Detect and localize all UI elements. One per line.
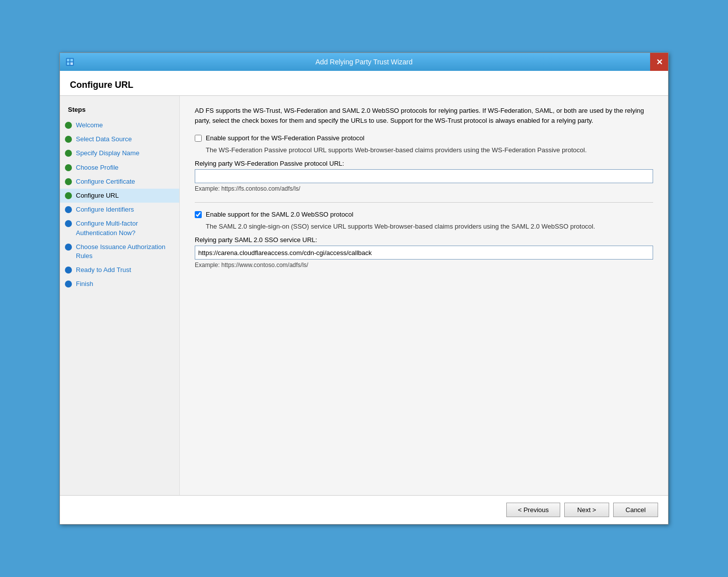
next-button[interactable]: Next > bbox=[564, 503, 609, 517]
sidebar-item-choose-issuance[interactable]: Choose Issuance Authorization Rules bbox=[60, 240, 179, 263]
dot-specify-display-name bbox=[65, 150, 72, 157]
sidebar-label-configure-identifiers: Configure Identifiers bbox=[76, 205, 134, 214]
main-panel: AD FS supports the WS-Trust, WS-Federati… bbox=[180, 96, 668, 495]
sidebar-label-configure-url: Configure URL bbox=[76, 191, 119, 200]
sidebar-item-finish[interactable]: Finish bbox=[60, 277, 179, 291]
dot-choose-profile bbox=[65, 164, 72, 171]
saml-checkbox-row: Enable support for the SAML 2.0 WebSSO p… bbox=[195, 211, 653, 218]
dot-configure-multifactor bbox=[65, 220, 72, 227]
saml-checkbox[interactable] bbox=[195, 211, 202, 218]
svg-rect-2 bbox=[70, 59, 73, 61]
svg-rect-3 bbox=[67, 62, 69, 65]
ws-federation-url-input[interactable] bbox=[195, 169, 653, 183]
sidebar-item-configure-multifactor[interactable]: Configure Multi-factor Authentication No… bbox=[60, 217, 179, 240]
title-bar: Add Relying Party Trust Wizard ✕ bbox=[60, 53, 668, 71]
separator bbox=[195, 202, 653, 203]
sidebar-item-configure-url[interactable]: Configure URL bbox=[60, 189, 179, 203]
saml-example: Example: https://www.contoso.com/adfs/ls… bbox=[195, 262, 653, 269]
sidebar-label-choose-issuance: Choose Issuance Authorization Rules bbox=[76, 243, 174, 261]
saml-url-input[interactable] bbox=[195, 246, 653, 260]
sidebar-item-welcome[interactable]: Welcome bbox=[60, 118, 179, 132]
page-title: Configure URL bbox=[60, 71, 668, 95]
dot-finish bbox=[65, 281, 72, 288]
main-window: Add Relying Party Trust Wizard ✕ Configu… bbox=[59, 52, 669, 525]
sidebar-heading: Steps bbox=[60, 104, 179, 118]
ws-federation-field-label: Relying party WS-Federation Passive prot… bbox=[195, 160, 653, 167]
ws-federation-checkbox-row: Enable support for the WS-Federation Pas… bbox=[195, 134, 653, 142]
ws-federation-example: Example: https://fs.contoso.com/adfs/ls/ bbox=[195, 185, 653, 192]
sidebar: Steps Welcome Select Data Source Specify… bbox=[60, 96, 180, 495]
app-icon bbox=[65, 57, 75, 67]
dot-configure-certificate bbox=[65, 178, 72, 185]
sidebar-item-choose-profile[interactable]: Choose Profile bbox=[60, 161, 179, 175]
dot-configure-url bbox=[65, 192, 72, 199]
sidebar-item-ready-to-add-trust[interactable]: Ready to Add Trust bbox=[60, 263, 179, 277]
sidebar-item-configure-certificate[interactable]: Configure Certificate bbox=[60, 175, 179, 189]
sidebar-item-select-data-source[interactable]: Select Data Source bbox=[60, 132, 179, 146]
sidebar-label-finish: Finish bbox=[76, 280, 93, 288]
saml-section: Enable support for the SAML 2.0 WebSSO p… bbox=[195, 211, 653, 269]
sidebar-label-specify-display-name: Specify Display Name bbox=[76, 149, 139, 158]
content-area: Configure URL Steps Welcome Select Data … bbox=[60, 71, 668, 524]
previous-button[interactable]: < Previous bbox=[506, 503, 560, 517]
saml-checkbox-label[interactable]: Enable support for the SAML 2.0 WebSSO p… bbox=[206, 211, 354, 218]
sidebar-label-select-data-source: Select Data Source bbox=[76, 135, 132, 144]
sidebar-label-configure-multifactor: Configure Multi-factor Authentication No… bbox=[76, 219, 174, 237]
sidebar-label-ready-to-add-trust: Ready to Add Trust bbox=[76, 266, 131, 275]
sidebar-label-configure-certificate: Configure Certificate bbox=[76, 177, 135, 186]
sidebar-item-specify-display-name[interactable]: Specify Display Name bbox=[60, 146, 179, 160]
svg-rect-4 bbox=[70, 62, 73, 65]
dot-select-data-source bbox=[65, 136, 72, 143]
intro-text: AD FS supports the WS-Trust, WS-Federati… bbox=[195, 106, 653, 125]
saml-field-label: Relying party SAML 2.0 SSO service URL: bbox=[195, 236, 653, 244]
ws-federation-checkbox[interactable] bbox=[195, 135, 202, 142]
dot-welcome bbox=[65, 122, 72, 129]
ws-federation-sub-text: The WS-Federation Passive protocol URL s… bbox=[206, 146, 653, 155]
sidebar-label-choose-profile: Choose Profile bbox=[76, 163, 118, 172]
sidebar-label-welcome: Welcome bbox=[76, 121, 103, 130]
dot-configure-identifiers bbox=[65, 206, 72, 213]
dot-ready-to-add-trust bbox=[65, 267, 72, 274]
cancel-button[interactable]: Cancel bbox=[613, 503, 658, 517]
sidebar-item-configure-identifiers[interactable]: Configure Identifiers bbox=[60, 203, 179, 217]
svg-rect-1 bbox=[67, 59, 69, 61]
main-layout: Steps Welcome Select Data Source Specify… bbox=[60, 96, 668, 495]
window-title: Add Relying Party Trust Wizard bbox=[316, 58, 413, 66]
ws-federation-checkbox-label[interactable]: Enable support for the WS-Federation Pas… bbox=[206, 134, 364, 142]
ws-federation-section: Enable support for the WS-Federation Pas… bbox=[195, 134, 653, 192]
dot-choose-issuance bbox=[65, 244, 72, 251]
button-bar: < Previous Next > Cancel bbox=[60, 495, 668, 524]
close-button[interactable]: ✕ bbox=[650, 53, 668, 71]
saml-sub-text: The SAML 2.0 single-sign-on (SSO) servic… bbox=[206, 222, 653, 231]
